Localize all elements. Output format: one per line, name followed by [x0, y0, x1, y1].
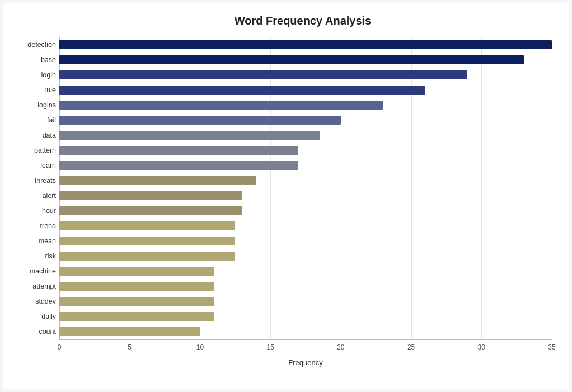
bar-label: login	[11, 71, 56, 79]
bar-fill	[59, 116, 341, 125]
bar-label: data	[11, 131, 56, 139]
bar-fill	[59, 206, 242, 216]
chart-title: Word Frequency Analysis	[54, 15, 552, 27]
bar-label: machine	[11, 267, 56, 275]
bar-label: hour	[11, 207, 56, 215]
bar-label: alert	[11, 192, 56, 200]
x-tick-label: 25	[407, 343, 415, 351]
bar-row: base	[59, 53, 552, 68]
bar-row: risk	[59, 249, 552, 264]
bar-fill	[59, 55, 524, 65]
bar-row: login	[59, 68, 552, 83]
bar-row: hour	[59, 204, 552, 219]
bar-fill	[59, 267, 214, 276]
bar-fill	[59, 237, 235, 246]
bar-fill	[59, 40, 552, 50]
bar-label: base	[11, 56, 56, 64]
x-axis-label: Frequency	[59, 358, 552, 367]
bar-row: pattern	[59, 143, 552, 158]
bar-row: data	[59, 128, 552, 143]
bar-row: mean	[59, 234, 552, 249]
bar-row: attempt	[59, 279, 552, 294]
bar-fill	[59, 101, 383, 110]
bar-row: alert	[59, 188, 552, 204]
bar-label: logins	[11, 101, 56, 109]
bar-label: stddev	[11, 297, 56, 305]
bar-row: learn	[59, 158, 552, 173]
chart-container: Word Frequency Analysis detectionbaselog…	[3, 3, 569, 389]
bar-row: threats	[59, 173, 552, 188]
bar-fill	[59, 327, 200, 337]
bar-row: machine	[59, 264, 552, 279]
bar-fill	[59, 161, 298, 171]
bar-fill	[59, 312, 214, 322]
x-tick-label: 20	[337, 343, 344, 351]
bar-row: fail	[59, 113, 552, 128]
bar-row: count	[59, 324, 552, 339]
x-tick-label: 10	[196, 343, 204, 351]
bar-fill	[59, 191, 242, 201]
x-tick-label: 30	[478, 343, 485, 351]
bar-label: fail	[11, 116, 56, 124]
bar-label: mean	[11, 237, 56, 245]
bar-fill	[59, 297, 214, 306]
x-tick-label: 0	[58, 343, 62, 351]
bar-row: daily	[59, 309, 552, 324]
bar-label: count	[11, 328, 56, 336]
bar-row: stddev	[59, 294, 552, 309]
bar-fill	[59, 86, 425, 95]
bar-fill	[59, 252, 235, 261]
bar-fill	[59, 146, 298, 155]
bar-label: daily	[11, 313, 56, 320]
x-tick-label: 35	[548, 343, 555, 351]
bar-row: logins	[59, 98, 552, 113]
bar-label: attempt	[11, 282, 56, 290]
bar-fill	[59, 70, 467, 80]
bar-row: rule	[59, 83, 552, 98]
bar-fill	[59, 131, 320, 140]
bar-fill	[59, 282, 214, 291]
bar-row: trend	[59, 219, 552, 234]
bar-label: threats	[11, 177, 56, 185]
bar-label: risk	[11, 252, 56, 260]
bar-fill	[59, 176, 256, 186]
bar-label: rule	[11, 86, 56, 94]
x-tick-label: 15	[266, 343, 274, 351]
x-tick-label: 5	[128, 343, 132, 351]
bar-label: learn	[11, 162, 56, 169]
bar-label: trend	[11, 222, 56, 230]
bar-label: pattern	[11, 147, 56, 154]
bar-label: detection	[11, 41, 56, 49]
bar-fill	[59, 221, 235, 231]
bar-row: detection	[59, 37, 552, 53]
